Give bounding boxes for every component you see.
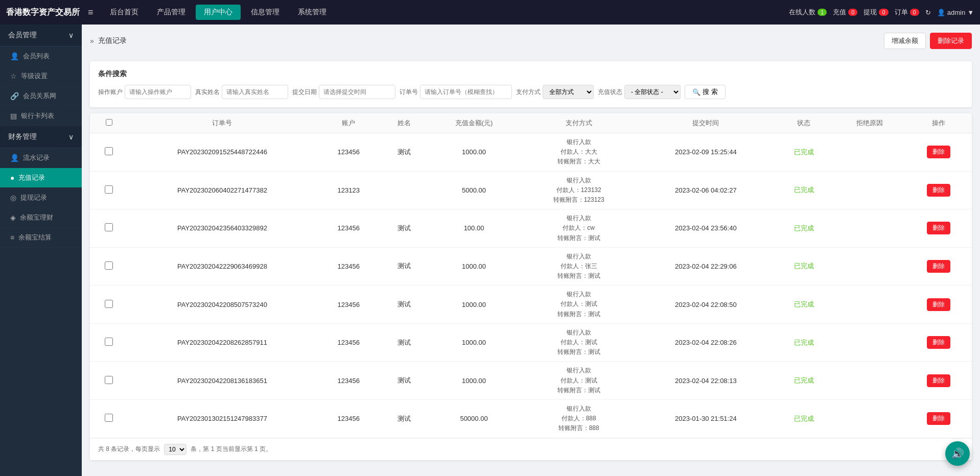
menu-toggle-icon[interactable]: ≡ [88, 7, 94, 18]
row-account: 123456 [317, 399, 381, 438]
delete-row-button[interactable]: 删除 [927, 298, 950, 311]
delete-row-button[interactable]: 删除 [927, 374, 950, 387]
page-info: 条，第 1 页当前显示第 1 页。 [191, 445, 272, 454]
nav-link-products[interactable]: 产品管理 [149, 5, 194, 20]
order-no-field: 订单号 [400, 85, 512, 99]
order-item[interactable]: 订单 0 [895, 8, 919, 17]
row-name: 测试 [381, 399, 428, 438]
online-count-item[interactable]: 在线人数 1 [789, 8, 827, 17]
row-checkbox[interactable] [105, 223, 113, 231]
row-checkbox[interactable] [105, 147, 113, 155]
user-icon: 👤 [10, 52, 19, 60]
row-checkbox[interactable] [105, 261, 113, 270]
row-submit-time: 2023-02-04 23:56:40 [637, 209, 774, 248]
delete-row-button[interactable]: 删除 [927, 260, 950, 273]
delete-row-button[interactable]: 删除 [927, 412, 950, 425]
finance-section-label: 财务管理 [8, 132, 37, 141]
operator-account-field: 操作账户 [98, 85, 191, 99]
recharge-item[interactable]: 充值 0 [833, 8, 857, 17]
settlement-icon: ≡ [10, 233, 14, 242]
th-order-no: 订单号 [128, 113, 317, 133]
delete-row-button[interactable]: 删除 [927, 184, 950, 197]
delete-row-button[interactable]: 删除 [927, 222, 950, 234]
row-account: 123456 [317, 323, 381, 362]
order-no-label: 订单号 [400, 88, 418, 97]
delete-row-button[interactable]: 删除 [927, 336, 950, 349]
recharge-status-select[interactable]: - 全部状态 - [624, 85, 681, 99]
row-status: 已完成 [774, 247, 834, 285]
th-reject-reason: 拒绝原因 [834, 113, 906, 133]
delete-record-button[interactable]: 删除记录 [930, 33, 972, 49]
sidebar-item-flow-record[interactable]: 👤 流水记录 [0, 148, 82, 168]
refresh-icon[interactable]: ↻ [925, 9, 931, 16]
row-submit-time: 2023-02-04 22:08:50 [637, 285, 774, 324]
nav-link-home[interactable]: 后台首页 [102, 5, 147, 20]
row-checkbox[interactable] [105, 376, 113, 384]
row-amount: 1000.00 [428, 323, 520, 362]
recharge-badge: 0 [848, 9, 857, 16]
user-menu[interactable]: 👤 admin ▼ [937, 9, 974, 16]
float-button[interactable]: 🔊 [945, 441, 970, 466]
row-order-no: PAY202301302151247983377 [128, 399, 317, 438]
row-checkbox[interactable] [105, 300, 113, 308]
row-account: 123123 [317, 171, 381, 209]
row-payment: 银行入款付款人：测试转账附言：测试 [520, 362, 638, 400]
withdraw-item[interactable]: 提现 0 [864, 8, 888, 17]
sidebar-section-finance[interactable]: 财务管理 ∨ [0, 126, 82, 148]
sidebar-section-member[interactable]: 会员管理 ∨ [0, 25, 82, 46]
row-reject-reason [834, 399, 906, 438]
row-amount: 1000.00 [428, 133, 520, 172]
sidebar-item-recharge-record[interactable]: ● 充值记录 [0, 168, 82, 188]
sidebar-item-level-settings[interactable]: ☆ 等级设置 [0, 66, 82, 86]
row-account: 123456 [317, 247, 381, 285]
nav-link-system[interactable]: 系统管理 [290, 5, 335, 20]
sidebar-item-label: 会员关系网 [23, 91, 56, 101]
row-order-no: PAY202302091525448722446 [128, 133, 317, 172]
order-no-input[interactable] [420, 85, 512, 99]
nav-link-users[interactable]: 用户中心 [196, 5, 241, 20]
sidebar: 会员管理 ∨ 👤 会员列表 ☆ 等级设置 🔗 会员关系网 ▤ 银行卡列表 财务管… [0, 25, 82, 476]
submit-date-field: 提交日期 [292, 85, 395, 99]
row-account: 123456 [317, 133, 381, 172]
table-row: PAY202302042229063469928 123456 测试 1000.… [90, 247, 972, 285]
operator-account-input[interactable] [125, 85, 191, 99]
top-nav: 香港数字资产交易所 ≡ 后台首页 产品管理 用户中心 信息管理 系统管理 在线人… [0, 0, 980, 25]
payment-method-field: 支付方式 全部方式 [516, 85, 594, 99]
row-submit-time: 2023-01-30 21:51:24 [637, 399, 774, 438]
row-checkbox[interactable] [105, 338, 113, 346]
row-reject-reason [834, 247, 906, 285]
add-balance-button[interactable]: 增减余额 [884, 33, 926, 49]
sidebar-item-member-list[interactable]: 👤 会员列表 [0, 46, 82, 66]
row-checkbox[interactable] [105, 414, 113, 422]
per-page-select[interactable]: 10 20 50 [164, 444, 186, 455]
row-name: 测试 [381, 323, 428, 362]
row-status: 已完成 [774, 323, 834, 362]
row-account: 123456 [317, 209, 381, 248]
row-submit-time: 2023-02-04 22:08:13 [637, 362, 774, 400]
select-all-checkbox[interactable] [106, 119, 112, 126]
chevron-icon: ∨ [68, 31, 74, 39]
payment-method-select[interactable]: 全部方式 [543, 85, 594, 99]
row-name [381, 171, 428, 209]
sidebar-item-balance-settlement[interactable]: ≡ 余额宝结算 [0, 228, 82, 248]
table-row: PAY202302042208262857911 123456 测试 1000.… [90, 323, 972, 362]
sound-icon: 🔊 [951, 447, 964, 460]
row-checkbox-cell [90, 209, 128, 248]
sidebar-item-balance-treasure[interactable]: ◈ 余额宝理财 [0, 208, 82, 228]
sidebar-item-member-network[interactable]: 🔗 会员关系网 [0, 86, 82, 106]
sidebar-item-bank-card[interactable]: ▤ 银行卡列表 [0, 106, 82, 126]
th-account: 账户 [317, 113, 381, 133]
search-button[interactable]: 🔍 搜 索 [685, 85, 726, 99]
breadcrumb: » 充值记录 [90, 36, 127, 45]
row-reject-reason [834, 209, 906, 248]
real-name-input[interactable] [222, 85, 288, 99]
nav-link-info[interactable]: 信息管理 [243, 5, 288, 20]
submit-date-input[interactable] [319, 85, 395, 99]
sidebar-item-withdraw-record[interactable]: ◎ 提现记录 [0, 188, 82, 208]
delete-row-button[interactable]: 删除 [927, 146, 950, 158]
table-row: PAY202301302151247983377 123456 测试 50000… [90, 399, 972, 438]
row-submit-time: 2023-02-06 04:02:27 [637, 171, 774, 209]
row-status: 已完成 [774, 285, 834, 324]
row-checkbox[interactable] [105, 185, 113, 194]
row-name: 测试 [381, 247, 428, 285]
